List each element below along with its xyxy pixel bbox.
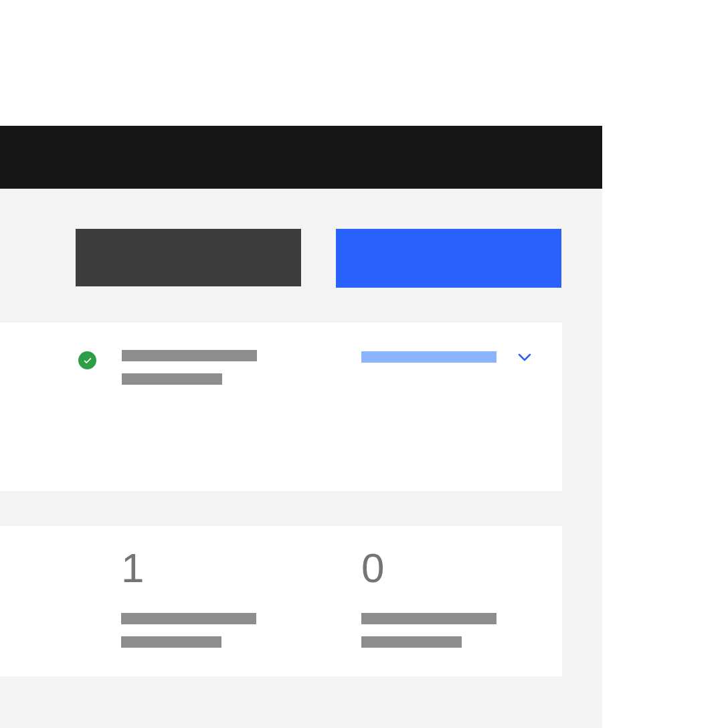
tab-secondary[interactable] [336,229,561,288]
status-line-2 [122,373,222,385]
metric-left-value: 1 [121,547,256,589]
status-line-1 [122,350,257,361]
status-content [78,350,257,385]
tabs-row [76,229,561,288]
status-text [122,350,257,385]
metric-left-desc [121,613,256,648]
metrics-card: 1 0 [0,526,562,676]
header-bar [0,126,602,189]
check-circle-icon [78,351,96,369]
metric-left-line-1 [121,613,256,624]
metric-left-line-2 [121,636,221,648]
tab-primary[interactable] [76,229,301,286]
metric-right-value: 0 [361,547,496,589]
status-dropdown[interactable] [361,351,531,363]
metric-right-desc [361,613,496,648]
dropdown-label [361,351,496,363]
metric-right-line-1 [361,613,496,624]
metric-right-line-2 [361,636,462,648]
metric-left: 1 [121,547,256,648]
metric-right: 0 [361,547,496,648]
status-card [0,323,562,491]
chevron-down-icon [518,353,531,361]
